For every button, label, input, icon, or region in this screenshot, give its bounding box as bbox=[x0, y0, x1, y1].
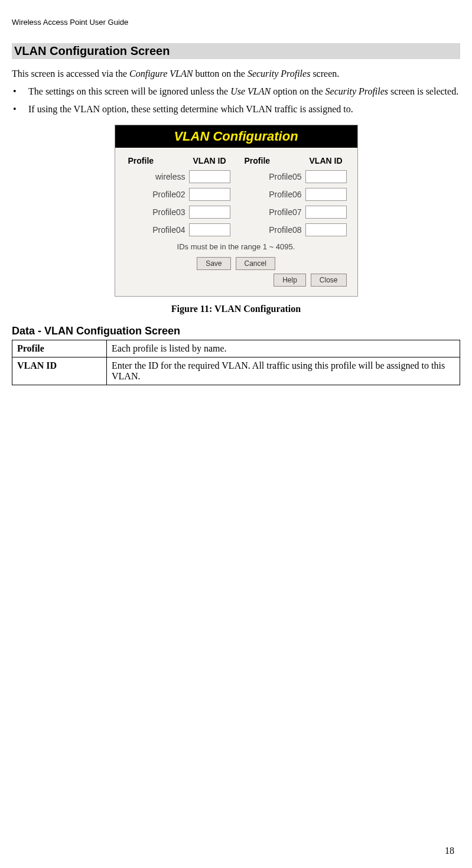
profile-label-profile02: Profile02 bbox=[126, 190, 189, 199]
cancel-button[interactable]: Cancel bbox=[236, 257, 275, 270]
vlan-input-profile03[interactable] bbox=[189, 206, 230, 219]
intro-configure-vlan: Configure VLAN bbox=[129, 69, 193, 79]
button-row-secondary: Help Close bbox=[126, 274, 347, 291]
bullet-1: • The settings on this screen will be ig… bbox=[12, 85, 460, 98]
vlan-configuration-dialog: VLAN Configuration Profile VLAN ID Profi… bbox=[115, 125, 358, 297]
range-note: IDs must be in the range 1 ~ 4095. bbox=[126, 242, 347, 251]
bullet-dot-icon: • bbox=[12, 103, 28, 116]
col-header-vlanid-left: VLAN ID bbox=[189, 156, 230, 165]
save-button[interactable]: Save bbox=[197, 257, 230, 270]
vlan-grid: Profile VLAN ID Profile VLAN ID wireless… bbox=[126, 156, 347, 236]
vlan-input-profile05[interactable] bbox=[305, 170, 347, 183]
profile-label-profile08: Profile08 bbox=[242, 225, 305, 235]
bullet2-pre: If using the VLAN option, these setting … bbox=[28, 104, 353, 114]
table-val-vlanid: Enter the ID for the required VLAN. All … bbox=[107, 357, 460, 385]
vlan-input-profile08[interactable] bbox=[305, 223, 347, 236]
dialog-title: VLAN Configuration bbox=[115, 125, 357, 148]
vlan-input-profile02[interactable] bbox=[189, 188, 230, 201]
bullet1-em2: Security Profiles bbox=[325, 86, 389, 96]
profile-label-profile06: Profile06 bbox=[242, 190, 305, 199]
vlan-input-profile04[interactable] bbox=[189, 223, 230, 236]
bullet-2-text: If using the VLAN option, these setting … bbox=[28, 103, 460, 116]
col-header-vlanid-right: VLAN ID bbox=[305, 156, 347, 165]
bullet-2: • If using the VLAN option, these settin… bbox=[12, 103, 460, 116]
button-row-main: Save Cancel bbox=[126, 257, 347, 270]
bullet1-em1: Use VLAN bbox=[230, 86, 271, 96]
col-header-profile-right: Profile bbox=[242, 156, 305, 165]
bullet1-pre: The settings on this screen will be igno… bbox=[28, 86, 230, 96]
figure-caption: Figure 11: VLAN Configuration bbox=[12, 304, 460, 314]
section-title: VLAN Configuration Screen bbox=[12, 43, 460, 59]
profile-label-profile03: Profile03 bbox=[126, 207, 189, 217]
intro-text-3: screen. bbox=[310, 69, 339, 79]
vlan-input-profile07[interactable] bbox=[305, 206, 347, 219]
vlan-input-profile06[interactable] bbox=[305, 188, 347, 201]
bullet1-post: screen is selected. bbox=[388, 86, 458, 96]
table-key-vlanid: VLAN ID bbox=[12, 357, 107, 385]
vlan-input-wireless[interactable] bbox=[189, 170, 230, 183]
data-table: Profile Each profile is listed by name. … bbox=[12, 340, 460, 385]
figure-wrap: VLAN Configuration Profile VLAN ID Profi… bbox=[12, 125, 460, 297]
table-key-profile: Profile bbox=[12, 340, 107, 357]
table-row: Profile Each profile is listed by name. bbox=[12, 340, 460, 357]
table-row: VLAN ID Enter the ID for the required VL… bbox=[12, 357, 460, 385]
subsection-title: Data - VLAN Configuation Screen bbox=[12, 325, 460, 337]
page-number: 18 bbox=[445, 846, 454, 856]
intro-paragraph: This screen is accessed via the Configur… bbox=[12, 69, 460, 79]
bullet1-mid: option on the bbox=[271, 86, 325, 96]
col-header-profile-left: Profile bbox=[126, 156, 189, 165]
help-button[interactable]: Help bbox=[274, 274, 306, 287]
intro-text-2: button on the bbox=[193, 69, 247, 79]
dialog-body: Profile VLAN ID Profile VLAN ID wireless… bbox=[115, 148, 357, 296]
close-button[interactable]: Close bbox=[311, 274, 347, 287]
document-header: Wireless Access Point User Guide bbox=[12, 18, 460, 27]
profile-label-profile04: Profile04 bbox=[126, 225, 189, 235]
intro-security-profiles: Security Profiles bbox=[248, 69, 311, 79]
profile-label-profile07: Profile07 bbox=[242, 207, 305, 217]
bullet-dot-icon: • bbox=[12, 85, 28, 98]
bullet-1-text: The settings on this screen will be igno… bbox=[28, 85, 460, 98]
table-val-profile: Each profile is listed by name. bbox=[107, 340, 460, 357]
profile-label-wireless: wireless bbox=[126, 172, 189, 181]
profile-label-profile05: Profile05 bbox=[242, 172, 305, 181]
bullet-list: • The settings on this screen will be ig… bbox=[12, 85, 460, 115]
intro-text-1: This screen is accessed via the bbox=[12, 69, 129, 79]
